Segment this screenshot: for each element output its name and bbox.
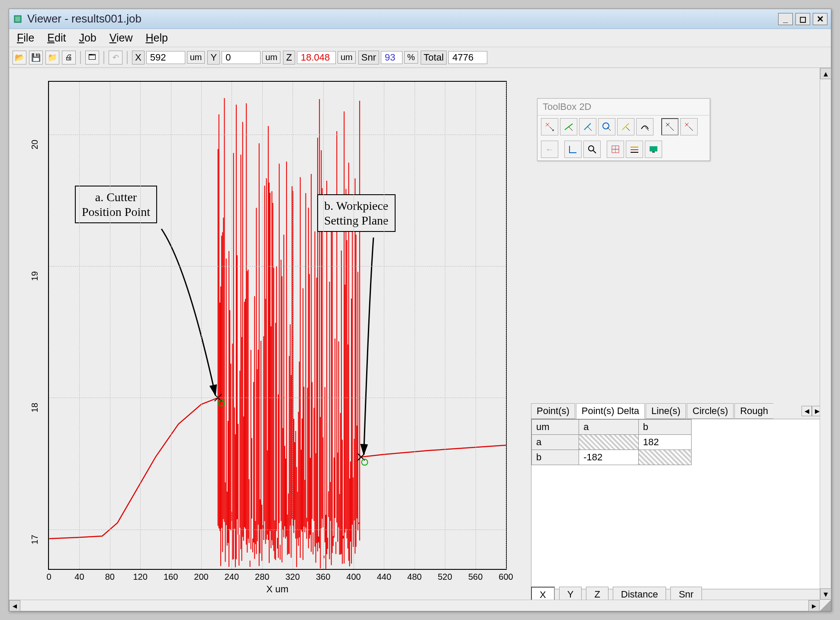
x-tick: 560 <box>468 572 483 582</box>
tool-cursor1-icon[interactable] <box>661 118 679 135</box>
plot-wrapper: a. Cutter Position Point b. Workpiece Se… <box>22 77 507 600</box>
x-tick: 600 <box>499 572 513 582</box>
cell-b-a[interactable]: -182 <box>579 450 639 465</box>
app-icon <box>13 14 23 24</box>
x-value[interactable]: 592 <box>146 51 185 64</box>
chart-pane: a. Cutter Position Point b. Workpiece Se… <box>9 68 520 611</box>
table-row: b -182 <box>532 450 692 465</box>
tab-scroll-left-icon[interactable]: ◂ <box>801 406 812 416</box>
titlebar: Viewer - results001.job _ ◻ ✕ <box>9 9 831 29</box>
z-coordinate-group: Z 18.048 um <box>283 51 356 64</box>
properties-icon[interactable]: 🗔 <box>85 51 99 64</box>
tool-segment-icon[interactable] <box>617 118 634 135</box>
menu-edit[interactable]: Edit <box>47 32 66 44</box>
snr-label: Snr <box>358 51 379 64</box>
table-header-b: b <box>638 420 691 435</box>
scroll-up-icon[interactable]: ▴ <box>820 68 831 79</box>
tab-points[interactable]: Point(s) <box>531 403 575 419</box>
row-label-b: b <box>532 450 579 465</box>
svg-rect-1 <box>15 16 20 21</box>
delta-table[interactable]: um a b a 182 b -182 <box>531 419 822 589</box>
tool-point-icon[interactable] <box>541 118 558 135</box>
menu-file[interactable]: File <box>17 32 34 44</box>
tool-display-icon[interactable] <box>645 141 662 158</box>
tab-roughness[interactable]: Rough <box>734 403 773 419</box>
x-tick: 320 <box>286 572 300 582</box>
tool-zoom-icon[interactable] <box>583 141 601 158</box>
x-axis-label: X um <box>266 584 288 595</box>
x-tick: 80 <box>105 572 115 582</box>
tool-circle-icon[interactable] <box>598 118 615 135</box>
tool-cursor2-icon[interactable] <box>680 118 698 135</box>
row-label-a: a <box>532 435 579 450</box>
toolbox-2d[interactable]: ToolBox 2D ← <box>537 98 710 161</box>
maximize-button[interactable]: ◻ <box>795 13 810 25</box>
toolbar-separator <box>127 51 128 64</box>
svg-rect-182 <box>650 146 657 151</box>
undo-icon[interactable]: ↶ <box>109 51 122 64</box>
scroll-left-icon[interactable]: ◂ <box>9 600 20 611</box>
menubar: File Edit Job View Help <box>9 29 831 47</box>
y-value[interactable]: 0 <box>222 51 261 64</box>
x-tick: 440 <box>377 572 391 582</box>
cell-a-b[interactable]: 182 <box>638 435 691 450</box>
x-tick: 160 <box>164 572 178 582</box>
y-tick: 19 <box>30 271 40 281</box>
body-area: a. Cutter Position Point b. Workpiece Se… <box>9 68 831 611</box>
tab-circles[interactable]: Circle(s) <box>687 403 734 419</box>
y-tick: 20 <box>30 140 40 149</box>
toolbox-row-2: ← <box>537 138 710 161</box>
app-window: Viewer - results001.job _ ◻ ✕ File Edit … <box>9 9 831 611</box>
right-pane: ToolBox 2D ← <box>520 68 831 611</box>
scroll-right-icon[interactable]: ▸ <box>808 600 820 611</box>
z-label: Z <box>283 51 295 64</box>
horizontal-scrollbar[interactable]: ◂ ▸ <box>9 600 820 611</box>
total-value[interactable]: 4776 <box>448 51 487 64</box>
menu-view[interactable]: View <box>109 32 133 44</box>
callout-b-line1: b. Workpiece <box>324 199 389 213</box>
total-group: Total 4776 <box>421 51 487 64</box>
print-icon[interactable]: 🖨 <box>62 51 76 64</box>
x-tick: 520 <box>438 572 452 582</box>
toolbar-separator <box>103 51 104 64</box>
scroll-down-icon[interactable]: ▾ <box>820 588 831 600</box>
table-row: a 182 <box>532 435 692 450</box>
total-label: Total <box>421 51 447 64</box>
x-tick: 240 <box>225 572 239 582</box>
svg-rect-183 <box>652 151 655 153</box>
tool-grid-icon[interactable] <box>607 141 624 158</box>
menu-job[interactable]: Job <box>79 32 96 44</box>
y-label: Y <box>207 51 220 64</box>
tab-lines[interactable]: Line(s) <box>646 403 686 419</box>
callout-a: a. Cutter Position Point <box>75 186 157 223</box>
resize-grip[interactable] <box>820 600 831 611</box>
y-unit: um <box>262 51 280 64</box>
tool-arc-icon[interactable] <box>636 118 653 135</box>
vertical-scrollbar[interactable]: ▴ ▾ <box>820 68 831 600</box>
x-tick: 0 <box>46 572 51 582</box>
tool-back-icon[interactable]: ← <box>541 141 558 158</box>
folder-icon[interactable]: 📁 <box>45 51 59 64</box>
y-tick: 17 <box>30 535 40 544</box>
tool-multipoint-icon[interactable] <box>560 118 577 135</box>
tab-points-delta[interactable]: Point(s) Delta <box>576 403 645 419</box>
x-tick: 40 <box>74 572 84 582</box>
table-header-unit: um <box>532 420 579 435</box>
toolbox-row-1 <box>537 116 710 138</box>
x-tick: 280 <box>255 572 269 582</box>
x-tick: 200 <box>194 572 208 582</box>
tab-scroll: ◂ ▸ <box>801 406 822 416</box>
minimize-button[interactable]: _ <box>778 13 793 25</box>
tool-levels-icon[interactable] <box>626 141 643 158</box>
save-icon[interactable]: 💾 <box>29 51 43 64</box>
profile-plot[interactable]: a. Cutter Position Point b. Workpiece Se… <box>48 81 507 570</box>
tool-line-icon[interactable] <box>579 118 596 135</box>
menu-help[interactable]: Help <box>145 32 167 44</box>
window-controls: _ ◻ ✕ <box>778 13 827 25</box>
toolbar: 📂 💾 📁 🖨 🗔 ↶ X 592 um Y 0 um Z 18.048 um … <box>9 47 831 68</box>
z-value[interactable]: 18.048 <box>297 51 336 64</box>
tool-axes-icon[interactable] <box>564 141 582 158</box>
open-icon[interactable]: 📂 <box>13 51 26 64</box>
close-button[interactable]: ✕ <box>813 13 827 25</box>
snr-value[interactable]: 93 <box>381 51 402 64</box>
